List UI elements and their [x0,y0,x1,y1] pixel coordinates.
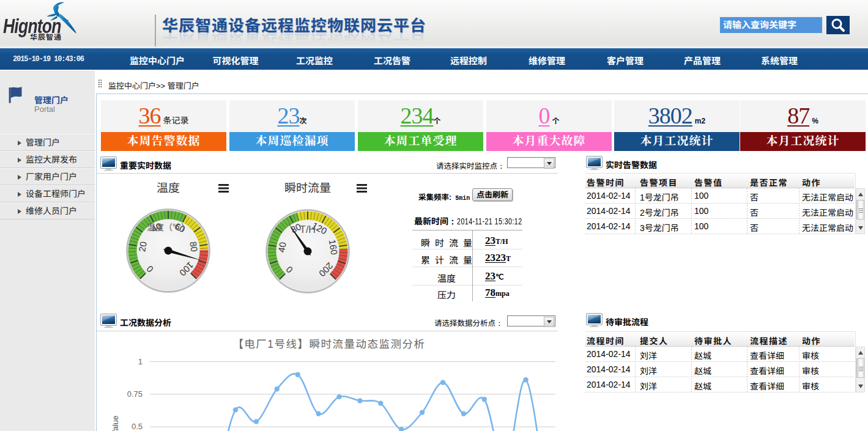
svg-text:T/H: T/H [300,224,316,235]
svg-text:40: 40 [276,241,287,253]
svg-text:温度（℃）: 温度（℃） [147,223,190,232]
svg-text:20: 20 [136,241,148,252]
svg-text:0.5: 0.5 [132,422,143,431]
svg-text:80: 80 [188,241,199,252]
svg-text:Value: Value [111,416,120,431]
svg-text:1: 1 [138,357,143,366]
svg-text:0.75: 0.75 [127,389,143,399]
